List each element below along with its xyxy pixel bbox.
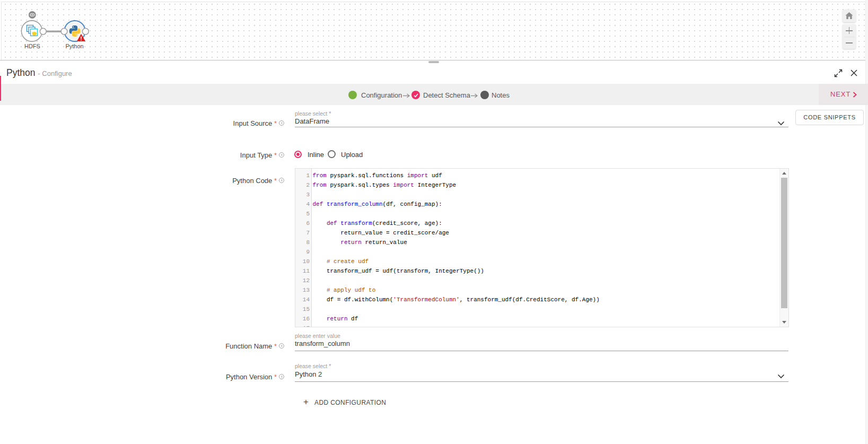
- svg-text:HDFS: HDFS: [24, 43, 40, 49]
- svg-text:Python: Python: [65, 43, 83, 49]
